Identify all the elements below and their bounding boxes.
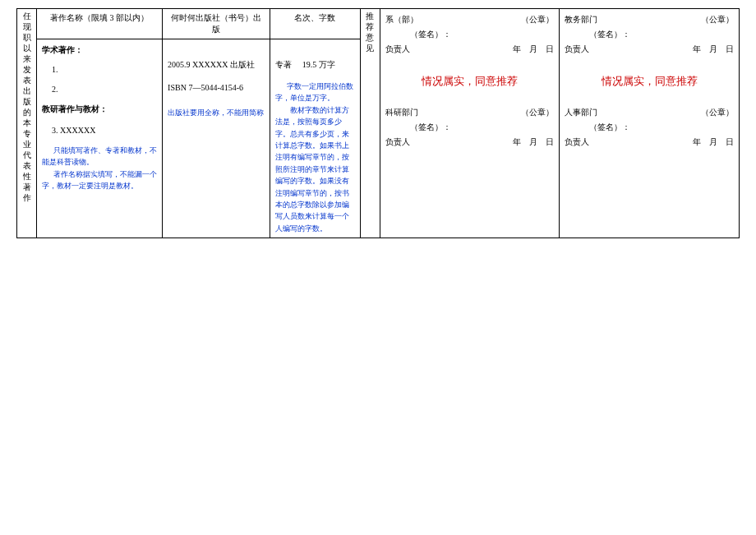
works-note-1: 只能填写著作、专著和教材，不能是科普读物。 <box>42 145 157 168</box>
date4: 年 月 日 <box>693 135 734 150</box>
header-pub: 何时何出版社（书号）出版 <box>163 9 270 39</box>
count-cell: 专著 19.5 万字 字数一定用阿拉伯数字，单位是万字。 教材字数的计算方法是，… <box>270 39 360 238</box>
pub-line-2: ISBN 7—5044-4154-6 <box>168 81 265 95</box>
dept4-seal: （公章） <box>701 105 734 120</box>
approve-text-2: 情况属实，同意推荐 <box>602 75 698 87</box>
pub-cell: 2005.9 XXXXXX 出版社 ISBN 7—5044-4154-6 出版社… <box>163 39 270 238</box>
dept4-sig: （签名）： <box>565 120 734 135</box>
person4-label: 负责人 <box>565 135 589 150</box>
approval-cell-right: 教务部门 （公章） （签名）： 负责人 年 月 日 情况属实，同意推荐 人事部门… <box>560 9 740 238</box>
works-cell: 学术著作： 1. 2. 教研著作与教材： 3. XXXXXX 只能填写著作、专著… <box>37 39 163 238</box>
dept3-sig: （签名）： <box>565 27 734 42</box>
document-table: 任现职以来发表出版的本专业代表性著作 著作名称（限填 3 部以内） 何时何出版社… <box>16 8 740 238</box>
dept1-seal: （公章） <box>521 12 554 27</box>
academic-label: 学术著作： <box>42 43 157 58</box>
dept3-label: 教务部门 <box>565 12 597 27</box>
side-header-works: 任现职以来发表出版的本专业代表性著作 <box>17 9 37 238</box>
dept3-seal: （公章） <box>701 12 734 27</box>
date2: 年 月 日 <box>513 135 554 150</box>
work-item-1: 1. <box>42 62 157 77</box>
textbook-label: 教研著作与教材： <box>42 102 157 117</box>
dept2-seal: （公章） <box>521 105 554 120</box>
work-item-3: 3. XXXXXX <box>42 123 157 138</box>
header-title: 著作名称（限填 3 部以内） <box>37 9 163 39</box>
approval-cell-left: 系（部） （公章） （签名）： 负责人 年 月 日 情况属实，同意推荐 科研部门… <box>380 9 560 238</box>
date3: 年 月 日 <box>693 42 734 57</box>
pub-line-1: 2005.9 XXXXXX 出版社 <box>168 58 265 72</box>
dept2-label: 科研部门 <box>385 105 418 120</box>
person2-label: 负责人 <box>385 135 410 150</box>
side-header-opinion: 推荐意见 <box>360 9 380 238</box>
count-line-1: 专著 19.5 万字 <box>275 58 354 72</box>
work-item-2: 2. <box>42 82 157 97</box>
dept2-sig: （签名）： <box>385 120 555 135</box>
date1: 年 月 日 <box>513 42 554 57</box>
header-count: 名次、字数 <box>270 9 360 39</box>
pub-note: 出版社要用全称，不能用简称 <box>168 107 265 118</box>
person1-label: 负责人 <box>385 42 410 57</box>
approve-text-1: 情况属实，同意推荐 <box>422 75 518 87</box>
dept1-sig: （签名）： <box>385 27 555 42</box>
count-note: 字数一定用阿拉伯数字，单位是万字。 教材字数的计算方法是，按照每页多少字。总共有… <box>275 81 354 234</box>
works-note-2: 著作名称据实填写，不能漏一个字，教材一定要注明是教材。 <box>42 168 157 192</box>
dept1-label: 系（部） <box>385 12 418 27</box>
dept4-label: 人事部门 <box>565 105 597 120</box>
person3-label: 负责人 <box>565 42 589 57</box>
